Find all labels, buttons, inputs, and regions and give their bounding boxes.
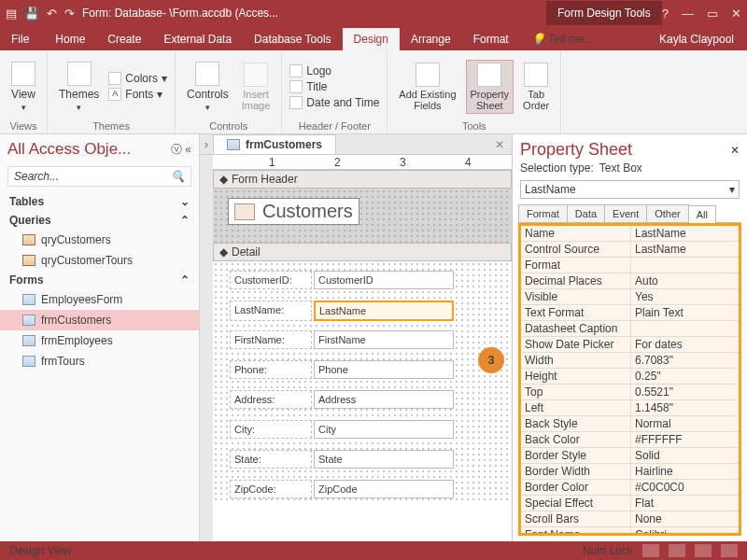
property-row[interactable]: Show Date PickerFor dates xyxy=(521,337,739,353)
property-value[interactable]: 1.1458" xyxy=(631,400,739,415)
nav-dropdown-icon[interactable]: ⓥ « xyxy=(171,142,191,158)
property-value[interactable]: Auto xyxy=(631,273,739,288)
property-row[interactable]: Left1.1458" xyxy=(521,400,739,416)
minimize-icon[interactable]: — xyxy=(682,7,694,21)
property-value[interactable]: Calibri xyxy=(631,527,739,536)
tab-home[interactable]: Home xyxy=(44,28,96,50)
property-value[interactable]: None xyxy=(631,511,739,526)
insert-image-button[interactable]: Insert Image xyxy=(238,61,275,113)
nav-item[interactable]: frmTours xyxy=(0,351,199,371)
property-value[interactable]: LastName xyxy=(631,242,739,257)
form-field[interactable]: State:State xyxy=(230,450,454,469)
view-design-icon[interactable] xyxy=(642,544,659,557)
nav-item[interactable]: EmployeesForm xyxy=(0,289,199,310)
close-icon[interactable]: ✕ xyxy=(731,7,741,21)
form-title-control[interactable]: Customers xyxy=(228,198,359,225)
detail-bar[interactable]: ◆Detail xyxy=(213,243,512,261)
tab-create[interactable]: Create xyxy=(96,28,152,50)
property-row[interactable]: Border Color#C0C0C0 xyxy=(521,480,739,496)
property-row[interactable]: NameLastName xyxy=(521,226,739,242)
form-field[interactable]: City:City xyxy=(230,420,454,439)
form-header-area[interactable]: Customers xyxy=(213,189,512,243)
form-field[interactable]: Phone:Phone xyxy=(230,360,454,379)
view-datasheet-icon[interactable] xyxy=(669,544,685,557)
qat-save-icon[interactable]: 💾 xyxy=(24,7,39,21)
signed-in-user[interactable]: Kayla Claypool xyxy=(646,28,747,50)
logo-button[interactable]: Logo xyxy=(289,64,379,77)
property-tab[interactable]: Data xyxy=(567,204,605,222)
tab-format[interactable]: Format xyxy=(462,28,520,50)
close-propsheet-icon[interactable]: ✕ xyxy=(730,144,740,157)
property-row[interactable]: Special EffectFlat xyxy=(521,496,739,511)
datetime-button[interactable]: Date and Time xyxy=(289,96,379,109)
restore-icon[interactable]: ▭ xyxy=(707,7,718,21)
field-control[interactable]: Address xyxy=(314,390,454,409)
field-label[interactable]: ZipCode: xyxy=(230,480,312,498)
property-value[interactable]: 6.7083" xyxy=(631,353,739,368)
property-row[interactable]: Width6.7083" xyxy=(521,353,739,369)
field-label[interactable]: City: xyxy=(230,420,312,439)
field-label[interactable]: Phone: xyxy=(230,360,312,379)
field-control[interactable]: LastName xyxy=(314,301,454,321)
field-control[interactable]: City xyxy=(314,420,454,439)
field-control[interactable]: Phone xyxy=(314,360,454,379)
property-row[interactable]: Back StyleNormal xyxy=(521,416,739,432)
property-row[interactable]: Datasheet Caption xyxy=(521,321,739,337)
field-label[interactable]: LastName: xyxy=(230,301,312,321)
form-body[interactable]: ◆Form Header Customers ◆Detail 3 Custome… xyxy=(213,170,512,541)
property-row[interactable]: Height0.25" xyxy=(521,369,739,385)
property-tab[interactable]: Format xyxy=(518,204,568,222)
property-row[interactable]: Control SourceLastName xyxy=(521,242,739,258)
property-value[interactable]: LastName xyxy=(631,226,739,241)
property-row[interactable]: VisibleYes xyxy=(521,289,739,305)
nav-group-forms[interactable]: Forms⌃ xyxy=(0,271,199,289)
field-control[interactable]: CustomerID xyxy=(314,271,454,289)
nav-header[interactable]: All Access Obje... xyxy=(7,140,171,159)
tab-database-tools[interactable]: Database Tools xyxy=(243,28,343,50)
field-label[interactable]: Address: xyxy=(230,390,312,409)
property-value[interactable] xyxy=(631,321,739,336)
view-form-icon[interactable] xyxy=(721,544,738,557)
property-row[interactable]: Format xyxy=(521,258,739,273)
nav-item[interactable]: frmCustomers xyxy=(0,310,199,330)
collapse-nav-icon[interactable]: › xyxy=(200,138,213,151)
property-tab[interactable]: Event xyxy=(604,204,647,222)
nav-item[interactable]: frmEmployees xyxy=(0,330,199,351)
tab-external-data[interactable]: External Data xyxy=(152,28,243,50)
add-existing-fields-button[interactable]: Add Existing Fields xyxy=(395,61,459,113)
fonts-button[interactable]: AFonts▾ xyxy=(108,88,167,101)
nav-item[interactable]: qryCustomerTours xyxy=(0,250,199,271)
controls-gallery[interactable]: Controls▾ xyxy=(183,60,233,114)
property-value[interactable]: 0.5521" xyxy=(631,385,739,399)
themes-button[interactable]: Themes▾ xyxy=(55,60,103,114)
form-field[interactable]: CustomerID:CustomerID xyxy=(230,271,454,289)
view-button[interactable]: View▾ xyxy=(7,60,39,114)
detail-area[interactable]: 3 CustomerID:CustomerIDLastName:LastName… xyxy=(213,261,512,504)
property-row[interactable]: Scroll BarsNone xyxy=(521,511,739,527)
colors-button[interactable]: Colors▾ xyxy=(108,72,167,85)
nav-item[interactable]: qryCustomers xyxy=(0,230,199,250)
property-row[interactable]: Border WidthHairline xyxy=(521,464,739,480)
property-row[interactable]: Text FormatPlain Text xyxy=(521,305,739,321)
form-field[interactable]: ZipCode:ZipCode xyxy=(230,480,454,498)
nav-search-input[interactable]: Search... 🔍 xyxy=(7,166,191,187)
field-label[interactable]: FirstName: xyxy=(230,330,312,349)
qat-redo-icon[interactable]: ↷ xyxy=(64,7,75,21)
form-field[interactable]: FirstName:FirstName xyxy=(230,330,454,349)
field-control[interactable]: ZipCode xyxy=(314,480,454,498)
property-value[interactable]: Normal xyxy=(631,416,739,431)
tell-me-search[interactable]: 💡 Tell me... xyxy=(520,28,605,50)
property-tab[interactable]: All xyxy=(688,205,716,223)
property-row[interactable]: Back Color#FFFFFF xyxy=(521,432,739,448)
property-value[interactable]: Hairline xyxy=(631,464,739,479)
form-field[interactable]: LastName:LastName xyxy=(230,301,454,321)
tab-design[interactable]: Design xyxy=(343,28,400,50)
property-value[interactable]: 0.25" xyxy=(631,369,739,384)
form-field[interactable]: Address:Address xyxy=(230,390,454,409)
property-row[interactable]: Border StyleSolid xyxy=(521,448,739,464)
property-sheet-button[interactable]: Property Sheet xyxy=(466,60,514,114)
property-value[interactable]: For dates xyxy=(631,337,739,352)
property-value[interactable]: Plain Text xyxy=(631,305,739,320)
tab-order-button[interactable]: Tab Order xyxy=(519,61,553,113)
nav-group-tables[interactable]: Tables⌄ xyxy=(0,192,199,211)
